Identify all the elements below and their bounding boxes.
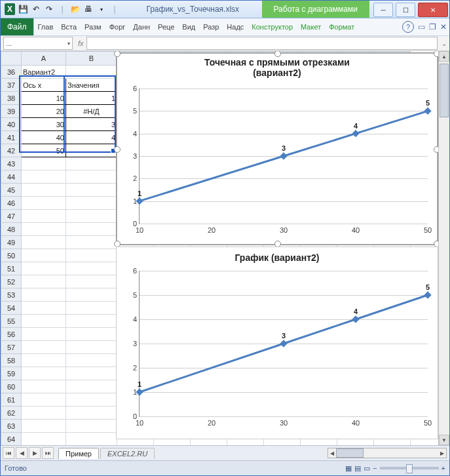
print-preview-icon[interactable]: 🖶 [83, 3, 94, 15]
cell[interactable] [22, 315, 66, 328]
chart-handle[interactable] [274, 51, 281, 57]
cell[interactable] [66, 184, 117, 197]
row-header[interactable]: 59 [1, 367, 22, 380]
cell[interactable] [66, 367, 117, 380]
cell[interactable] [22, 302, 66, 315]
chart-handle[interactable] [114, 51, 121, 57]
tab-view[interactable]: Вид [178, 18, 199, 35]
cell[interactable] [66, 288, 117, 302]
view-pagebreak-icon[interactable]: ▭ [364, 464, 370, 473]
cell[interactable]: 3 [66, 118, 117, 131]
row-header[interactable]: 50 [1, 249, 22, 262]
view-layout-icon[interactable]: ▤ [354, 464, 361, 473]
redo-icon[interactable]: ↷ [43, 3, 55, 15]
sheet-nav-first-icon[interactable]: ⏮ [3, 447, 14, 459]
cell[interactable] [66, 210, 117, 223]
scroll-track[interactable] [439, 61, 449, 435]
row-header[interactable]: 45 [1, 184, 22, 197]
inner-restore-icon[interactable]: ❐ [429, 22, 436, 31]
row-header[interactable]: 62 [1, 407, 22, 420]
cell[interactable] [22, 223, 66, 236]
row-header[interactable]: 54 [1, 302, 22, 315]
scroll-down-icon[interactable]: ▼ [439, 435, 449, 445]
cell[interactable] [22, 184, 66, 197]
row-header[interactable]: 60 [1, 380, 22, 393]
cell[interactable] [22, 288, 66, 302]
tab-insert[interactable]: Вста [57, 18, 81, 35]
zoom-slider[interactable] [380, 467, 439, 469]
maximize-button[interactable]: ☐ [396, 3, 415, 17]
tab-chart-design[interactable]: Конструктор [248, 18, 297, 35]
file-tab[interactable]: Файл [1, 18, 34, 35]
cell[interactable] [66, 341, 117, 354]
zoom-out-button[interactable]: − [373, 464, 377, 472]
cell[interactable] [66, 249, 117, 262]
row-header[interactable]: 63 [1, 420, 22, 433]
cell[interactable] [66, 433, 117, 446]
row-header[interactable]: 39 [1, 105, 22, 118]
zoom-in-button[interactable]: + [441, 464, 445, 472]
cell[interactable] [66, 302, 117, 315]
row-header[interactable]: 44 [1, 170, 22, 184]
cell[interactable] [22, 367, 66, 380]
row-header[interactable]: 53 [1, 288, 22, 302]
cell[interactable] [66, 275, 117, 288]
save-icon[interactable]: 💾 [17, 3, 29, 15]
worksheet-area[interactable]: A B C D E F G H I J 36Вариант237Ось xЗна… [1, 51, 449, 445]
undo-icon[interactable]: ↶ [30, 3, 42, 15]
row-header[interactable]: 46 [1, 197, 22, 210]
scroll-up-icon[interactable]: ▲ [439, 51, 449, 62]
tab-layout[interactable]: Разм [81, 18, 105, 35]
cell[interactable] [22, 262, 66, 275]
cell[interactable] [66, 223, 117, 236]
sheet-tab-2[interactable]: EXCEL2.RU [100, 448, 155, 459]
name-box-dropdown-icon[interactable]: ▾ [67, 41, 70, 47]
tab-addins[interactable]: Надс [223, 18, 248, 35]
tab-review[interactable]: Реце [154, 18, 178, 35]
name-box[interactable]: ... ▾ [3, 37, 73, 50]
tab-developer[interactable]: Разр [199, 18, 223, 35]
hscroll-thumb[interactable] [336, 448, 364, 458]
chart-line[interactable]: График (вариант2) 012345610203040501345 [116, 247, 438, 439]
inner-minimize-icon[interactable]: ▭ [418, 22, 425, 31]
cell[interactable] [66, 157, 117, 170]
cell[interactable] [66, 236, 117, 249]
cell[interactable] [22, 275, 66, 288]
cell[interactable] [66, 407, 117, 420]
row-header[interactable]: 37 [1, 79, 22, 92]
row-header[interactable]: 55 [1, 315, 22, 328]
row-header[interactable]: 56 [1, 328, 22, 341]
help-icon[interactable]: ? [402, 21, 414, 33]
cell[interactable] [66, 393, 117, 407]
col-A[interactable]: A [22, 52, 66, 66]
hscroll-left-icon[interactable]: ◀ [328, 449, 336, 457]
cell[interactable] [22, 157, 66, 170]
view-normal-icon[interactable]: ▦ [345, 464, 352, 473]
cell[interactable] [22, 197, 66, 210]
row-header[interactable]: 48 [1, 223, 22, 236]
cell[interactable]: 10 [22, 92, 66, 105]
cell[interactable] [22, 328, 66, 341]
cell[interactable] [22, 354, 66, 367]
row-header[interactable]: 49 [1, 236, 22, 249]
col-B[interactable]: B [66, 52, 117, 66]
row-header[interactable]: 58 [1, 354, 22, 367]
cell[interactable] [22, 210, 66, 223]
cell[interactable]: Значения [66, 79, 117, 92]
cell[interactable] [66, 315, 117, 328]
chart-handle[interactable] [114, 146, 121, 153]
sheet-nav-last-icon[interactable]: ⏭ [42, 447, 54, 459]
cell[interactable]: Вариант2 [22, 66, 66, 79]
cell[interactable]: 20 [22, 105, 66, 118]
cell[interactable] [66, 420, 117, 433]
hscroll-right-icon[interactable]: ▶ [438, 449, 446, 457]
cell[interactable] [22, 170, 66, 184]
cell[interactable] [22, 236, 66, 249]
cell[interactable] [22, 420, 66, 433]
row-header[interactable]: 41 [1, 131, 22, 144]
cell[interactable] [66, 354, 117, 367]
row-header[interactable]: 61 [1, 393, 22, 407]
tab-chart-format[interactable]: Формат [325, 18, 358, 35]
row-header[interactable]: 47 [1, 210, 22, 223]
formula-input[interactable] [86, 37, 438, 50]
